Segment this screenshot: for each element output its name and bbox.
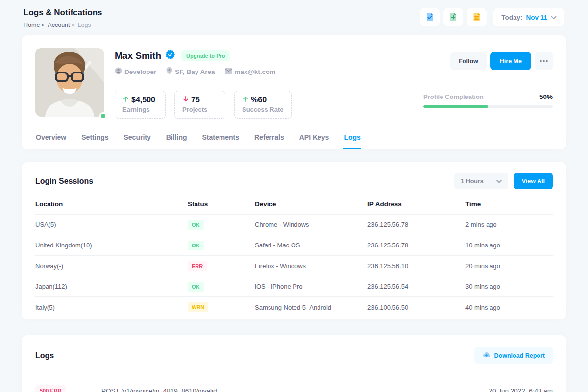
file-check-icon [425, 12, 435, 23]
view-all-button[interactable]: View All [514, 173, 553, 189]
breadcrumb-account[interactable]: Account [48, 22, 70, 28]
breadcrumb-separator [42, 24, 44, 26]
pin-icon [166, 67, 172, 76]
profile-location-label: SF, Bay Area [175, 68, 215, 75]
table-row: Italy(5) WRN Samsung Noted 5- Android 23… [35, 297, 553, 318]
page-title: Logs & Notifcations [24, 8, 102, 18]
completion-percent: 50% [539, 93, 553, 100]
col-location: Location [35, 200, 188, 208]
upgrade-pro-badge[interactable]: Upgrade to Pro [181, 50, 230, 61]
table-row: Norway(-) ERR Firefox - Windows 236.125.… [35, 256, 553, 276]
session-location: Norway(-) [35, 262, 188, 270]
session-location: United Kingdom(10) [35, 242, 188, 249]
tab-settings[interactable]: Settings [81, 129, 109, 149]
profile-role: Developer [115, 67, 156, 76]
session-time: 30 mins ago [466, 283, 553, 290]
login-sessions-card: Login Sessions 1 Hours View All Location… [22, 162, 566, 319]
download-report-label: Download Report [494, 352, 545, 359]
log-path: POST /v1/invoice/in_4819_8610/invalid [101, 387, 489, 392]
logs-title: Logs [35, 351, 54, 360]
profile-name: Max Smith [115, 50, 161, 61]
log-row: 500 ERR POST /v1/invoice/in_4819_8610/in… [35, 377, 553, 392]
profile-tabs: Overview Settings Security Billing State… [35, 129, 553, 149]
tab-overview[interactable]: Overview [35, 129, 67, 149]
table-row: United Kingdom(10) OK Safari - Mac OS 23… [35, 235, 553, 256]
login-sessions-title: Login Sessions [35, 177, 93, 186]
col-device: Device [255, 200, 368, 208]
stat-projects-label: Projects [182, 106, 218, 113]
header-left: Logs & Notifcations Home Account Logs [24, 8, 102, 28]
chevron-down-icon [496, 178, 502, 185]
session-device: iOS - iPhone Pro [255, 283, 368, 290]
breadcrumb: Home Account Logs [24, 22, 102, 28]
hours-filter-value: 1 Hours [461, 178, 484, 185]
tab-api-keys[interactable]: API Keys [299, 129, 330, 149]
stat-success-rate-label: Success Rate [242, 106, 284, 113]
file-lines-button[interactable] [467, 8, 487, 26]
session-ip: 236.125.56.78 [368, 242, 466, 249]
session-ip: 236.125.56.54 [368, 283, 466, 290]
completion-label: Profile Compleation [423, 93, 484, 100]
session-location: Italy(5) [35, 304, 188, 311]
status-badge: OK [188, 282, 204, 292]
breadcrumb-logs: Logs [78, 22, 91, 28]
download-report-button[interactable]: Download Report [474, 347, 553, 364]
profile-right: Follow Hire Me Profile Compleation 50% [423, 48, 553, 119]
stat-success-rate-value: %60 [251, 96, 267, 104]
session-ip: 236.125.56.10 [368, 262, 466, 270]
tab-referrals[interactable]: Referrals [254, 129, 285, 149]
session-location: USA(5) [35, 221, 188, 228]
online-status-dot [99, 112, 107, 120]
session-device: Samsung Noted 5- Android [255, 304, 368, 311]
session-device: Firefox - Windows [255, 262, 368, 270]
tab-security[interactable]: Security [123, 129, 151, 149]
envelope-icon [225, 68, 232, 75]
top-bar: Logs & Notifcations Home Account Logs [22, 0, 566, 35]
session-time: 40 mins ago [466, 304, 553, 311]
breadcrumb-home[interactable]: Home [24, 22, 40, 28]
session-location: Japan(112) [35, 283, 188, 290]
cloud-download-icon [482, 351, 490, 360]
tab-billing[interactable]: Billing [166, 129, 188, 149]
hours-filter-select[interactable]: 1 Hours [454, 173, 508, 189]
hire-me-button[interactable]: Hire Me [490, 52, 531, 70]
completion-progress-fill [423, 105, 488, 108]
profile-completion: Profile Compleation 50% [423, 93, 553, 108]
file-lines-icon [472, 12, 482, 23]
file-check-button[interactable] [420, 8, 440, 26]
profile-stats: $4,500 Earnings 75 Projects [115, 91, 292, 119]
profile-email: max@kt.com [225, 68, 276, 75]
stat-earnings-value: $4,500 [131, 96, 155, 104]
tab-statements[interactable]: Statements [202, 129, 240, 149]
date-value: Nov 11 [526, 14, 547, 21]
stat-projects: 75 Projects [174, 91, 225, 119]
arrow-up-icon [122, 96, 129, 104]
verified-badge-icon [166, 50, 175, 61]
session-time: 20 mins ago [466, 262, 553, 270]
profile-card: Max Smith Upgrade to Pro Developer [22, 35, 566, 149]
stat-projects-value: 75 [191, 96, 200, 104]
arrow-down-icon [182, 96, 189, 104]
status-badge: WRN [188, 302, 208, 312]
person-icon [115, 67, 122, 76]
follow-button[interactable]: Follow [450, 52, 487, 70]
date-picker-button[interactable]: Today: Nov 11 [493, 8, 564, 26]
more-options-button[interactable] [535, 52, 553, 70]
profile-role-label: Developer [124, 68, 156, 75]
file-plus-button[interactable] [443, 8, 463, 26]
file-plus-icon [448, 12, 458, 23]
stat-success-rate: %60 Success Rate [234, 91, 292, 119]
avatar [35, 48, 104, 117]
session-time: 2 mins ago [466, 221, 553, 228]
profile-info: Max Smith Upgrade to Pro Developer [115, 48, 292, 119]
log-status-badge: 500 ERR [35, 385, 66, 392]
arrow-up-icon [242, 96, 249, 104]
profile-email-label: max@kt.com [235, 68, 276, 75]
tab-logs[interactable]: Logs [343, 129, 361, 149]
breadcrumb-separator [72, 24, 74, 26]
completion-progress-bar [423, 105, 553, 108]
session-device: Chrome - Windows [255, 221, 368, 228]
logs-card: Logs Download Report 500 ERR POST /v1/in… [22, 335, 566, 392]
session-time: 10 mins ago [466, 242, 553, 249]
status-badge: ERR [188, 261, 207, 271]
